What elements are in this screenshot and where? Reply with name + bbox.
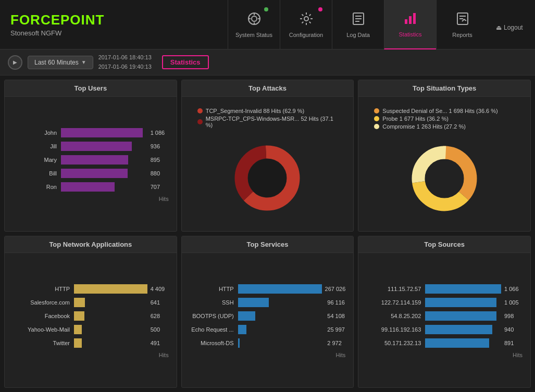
legend-label: Suspected Denial of Se... 1 698 Hits (36… <box>382 108 497 114</box>
svg-point-23 <box>425 159 464 198</box>
configuration-icon <box>299 11 314 29</box>
bar-track <box>238 325 325 334</box>
bar-track <box>425 298 501 307</box>
table-row: Facebook 628 <box>13 311 169 321</box>
svg-rect-11 <box>405 19 407 24</box>
bar-fill <box>61 128 143 137</box>
dropdown-arrow-icon: ▼ <box>81 59 86 65</box>
top-sources-body: 111.15.72.57 1 066 122.72.114.159 1 005 … <box>358 253 530 387</box>
top-attacks-header: Top Attacks <box>182 80 354 97</box>
table-row: Mary 895 <box>13 155 169 165</box>
bar-value: 267 026 <box>325 286 346 292</box>
top-sources-header: Top Sources <box>358 236 530 253</box>
bar-track <box>74 311 147 321</box>
timestamp-line2: 2017-01-06 19:40:13 <box>98 62 152 72</box>
top-users-header: Top Users <box>5 80 177 97</box>
top-services-header: Top Services <box>182 236 354 253</box>
bar-label: Bill <box>13 170 57 176</box>
bar-value: 940 <box>504 326 522 333</box>
list-item: TCP_Segment-Invalid 88 Hits (62.9 %) <box>197 108 338 114</box>
bar-track <box>74 284 147 294</box>
time-range-button[interactable]: Last 60 Minutes ▼ <box>28 56 93 69</box>
bar-fill <box>74 325 82 334</box>
table-row: 54.8.25.202 998 <box>366 311 522 321</box>
bar-value: 4 409 <box>151 286 169 292</box>
bar-value: 25 997 <box>327 326 345 333</box>
toolbar: ▶ Last 60 Minutes ▼ 2017-01-06 18:40:13 … <box>0 49 535 75</box>
bar-value: 96 116 <box>327 299 345 306</box>
top-network-apps-body: HTTP 4 409 Salesforce.com 641 Facebook 6… <box>5 253 177 387</box>
table-row: BOOTPS (UDP) 54 108 <box>190 311 346 321</box>
bar-fill <box>238 325 247 334</box>
legend-dot <box>374 124 379 129</box>
tab-system-status[interactable]: System Status <box>228 0 280 49</box>
reports-icon <box>455 11 470 29</box>
hits-label: Hits <box>190 352 346 358</box>
table-row: SSH 96 116 <box>190 298 346 307</box>
legend-dot <box>197 108 203 113</box>
top-services-body: HTTP 267 026 SSH 96 116 BOOTPS (UDP) 54 … <box>182 253 354 387</box>
legend-label: Compromise 1 263 Hits (27.2 %) <box>382 123 466 130</box>
nav-tabs: System Status Configuration Log <box>228 0 488 49</box>
tab-log-data[interactable]: Log Data <box>332 0 384 49</box>
bar-label: Jill <box>13 143 57 149</box>
table-row: Twitter 491 <box>13 338 169 348</box>
top-attacks-panel: Top Attacks TCP_Segment-Invalid 88 Hits … <box>181 80 354 232</box>
top-network-apps-panel: Top Network Applications HTTP 4 409 Sale… <box>4 236 177 388</box>
logout-label[interactable]: Logout <box>504 24 523 31</box>
app-subtitle: Stonesoft NGFW <box>10 29 104 37</box>
bar-label: Ron <box>13 184 57 190</box>
tab-system-status-label: System Status <box>235 32 272 38</box>
bar-label: John <box>13 130 57 136</box>
logout-icon: ⏏ <box>496 24 502 31</box>
bar-value: 880 <box>151 170 169 176</box>
tab-log-data-label: Log Data <box>346 32 370 38</box>
bar-fill <box>74 284 147 294</box>
bar-track <box>425 325 501 334</box>
bar-track <box>425 284 501 294</box>
legend-dot <box>374 108 379 113</box>
bar-fill <box>238 298 269 307</box>
tab-configuration[interactable]: Configuration <box>280 0 332 49</box>
bar-fill <box>425 298 496 307</box>
bar-value: 628 <box>151 313 169 319</box>
bar-track <box>61 128 147 137</box>
bar-track <box>61 155 147 165</box>
bar-label: HTTP <box>190 286 234 292</box>
table-row: Jill 936 <box>13 142 169 151</box>
system-status-icon <box>247 11 262 29</box>
attacks-chart <box>231 130 304 226</box>
tab-statistics[interactable]: Statistics <box>384 0 436 49</box>
attacks-legend: TCP_Segment-Invalid 88 Hits (62.9 %) MSR… <box>190 102 346 130</box>
tab-reports[interactable]: Reports <box>436 0 488 49</box>
top-users-panel: Top Users John 1 086 Jill 936 Mary <box>4 80 177 232</box>
top-sources-panel: Top Sources 111.15.72.57 1 066 122.72.11… <box>358 236 531 388</box>
bar-fill <box>425 338 489 348</box>
bar-label: 54.8.25.202 <box>366 313 421 319</box>
bar-value: 891 <box>504 340 522 346</box>
bar-track <box>74 325 147 334</box>
logout-area[interactable]: ⏏ Logout <box>488 18 535 31</box>
list-item: MSRPC-TCP_CPS-Windows-MSR... 52 Hits (37… <box>197 116 338 128</box>
svg-point-6 <box>304 17 308 21</box>
bar-track <box>238 284 322 294</box>
header: FORCEPOINT Stonesoft NGFW System Status <box>0 0 535 49</box>
legend-dot <box>374 116 379 121</box>
bar-label: SSH <box>190 299 234 306</box>
bar-label: 99.116.192.163 <box>366 326 421 333</box>
list-item: Probe 1 677 Hits (36.2 %) <box>374 116 515 122</box>
stats-badge: Statistics <box>162 55 209 69</box>
bar-value: 1 086 <box>151 130 169 136</box>
bar-fill <box>238 338 240 348</box>
situation-legend: Suspected Denial of Se... 1 698 Hits (36… <box>366 102 522 131</box>
play-button[interactable]: ▶ <box>8 55 22 70</box>
list-item: Compromise 1 263 Hits (27.2 %) <box>374 123 515 130</box>
bar-track <box>238 298 325 307</box>
table-row: Bill 880 <box>13 169 169 178</box>
table-row: HTTP 267 026 <box>190 284 346 294</box>
tab-statistics-label: Statistics <box>399 31 421 37</box>
top-users-body: John 1 086 Jill 936 Mary 895 <box>5 97 177 231</box>
table-row: HTTP 4 409 <box>13 284 169 294</box>
hits-label: Hits <box>366 352 522 358</box>
table-row: 50.171.232.13 891 <box>366 338 522 348</box>
